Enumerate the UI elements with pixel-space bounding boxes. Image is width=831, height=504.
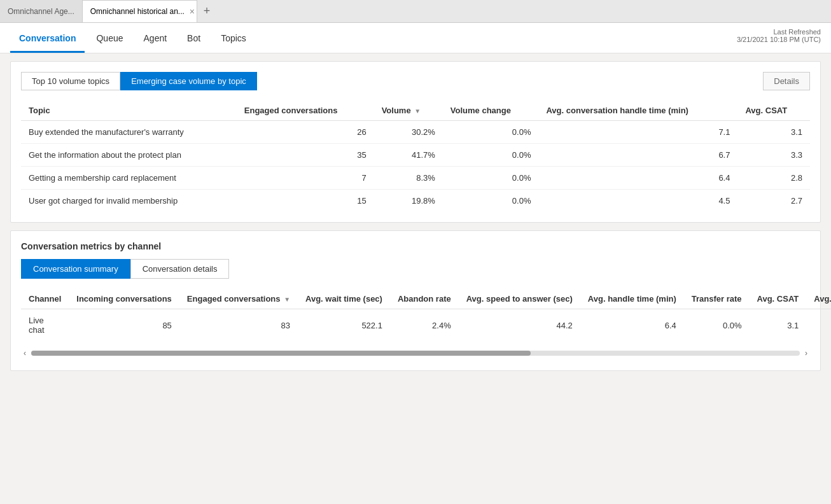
cell-avg-csat: 3.1 [750,309,807,342]
main-content: Top 10 volume topics Emerging case volum… [0,53,831,504]
table-row: Getting a membership card replacement 7 … [21,167,810,190]
cell-avg-wait: 522.1 [298,309,390,342]
cell-avg-csat: 2.7 [737,190,810,213]
cell-volume-change: 0.0% [443,121,539,144]
tab-emerging[interactable]: Emerging case volume by topic [120,72,257,90]
nav-item-topics[interactable]: Topics [212,25,255,53]
cell-engaged: 7 [237,167,374,190]
browser-tabs: Omnichannel Age... Omnichannel historica… [0,0,831,23]
col-avg-handle: Avg. handle time (min) [580,289,684,309]
browser-tab-1[interactable]: Omnichannel Age... [0,0,83,22]
cell-avg-handle: 6.4 [538,167,737,190]
table-row: Live chat 85 83 522.1 2.4% 44.2 6.4 0.0%… [21,309,831,342]
app-nav: Conversation Queue Agent Bot Topics Last… [0,23,831,53]
cell-volume-change: 0.0% [443,190,539,213]
cell-topic: Getting a membership card replacement [21,167,237,190]
tab-top10[interactable]: Top 10 volume topics [21,72,120,90]
table-row: Get the information about the protect pl… [21,144,810,167]
cell-volume: 8.3% [374,167,443,190]
cell-volume: 19.8% [374,190,443,213]
cell-volume-change: 0.0% [443,167,539,190]
topics-table: Topic Engaged conversations Volume ▼ Vol… [21,101,810,212]
cell-avg-handle: 6.7 [538,144,737,167]
col-engaged: Engaged conversations [237,101,374,121]
cell-avg-csat: 3.3 [737,144,810,167]
tab-conversation-summary[interactable]: Conversation summary [21,259,130,279]
topics-card: Top 10 volume topics Emerging case volum… [10,61,821,223]
cell-abandon-rate: 2.4% [390,309,459,342]
col-abandon-rate: Abandon rate [390,289,459,309]
metrics-table: Channel Incoming conversations Engaged c… [21,289,831,341]
metrics-section-title: Conversation metrics by channel [21,241,810,251]
col-incoming: Incoming conversations [69,289,179,309]
sort-icon-engaged: ▼ [284,296,290,303]
cell-volume-change: 0.0% [443,144,539,167]
scrollbar-thumb [31,351,531,356]
cell-engaged: 15 [237,190,374,213]
metrics-card: Conversation metrics by channel Conversa… [10,230,821,371]
cell-avg-handle: 4.5 [538,190,737,213]
cell-engaged: 83 [179,309,298,342]
summary-tabs: Conversation summary Conversation detail… [21,259,810,279]
cell-topic: User got charged for invalid membership [21,190,237,213]
col-avg-speed: Avg. speed to answer (sec) [459,289,580,309]
cell-engaged: 26 [237,121,374,144]
table-row: Buy extended the manufacturer's warranty… [21,121,810,144]
col-transfer-rate: Transfer rate [684,289,750,309]
col-channel: Channel [21,289,69,309]
scroll-left-icon[interactable]: ‹ [21,349,29,358]
browser-tab-2[interactable]: Omnichannel historical an... × [83,0,197,22]
col-volume-change: Volume change [443,101,539,121]
scroll-right-icon[interactable]: › [802,349,810,358]
tab2-label: Omnichannel historical an... [90,7,185,16]
col-avg-handle: Avg. conversation handle time (min) [538,101,737,121]
horizontal-scrollbar[interactable]: ‹ › [21,346,810,360]
cell-topic: Get the information about the protect pl… [21,144,237,167]
close-icon[interactable]: × [190,6,195,17]
scrollbar-track[interactable] [31,351,800,356]
cell-volume: 30.2% [374,121,443,144]
cell-avg-csat: 3.1 [737,121,810,144]
nav-item-queue[interactable]: Queue [87,25,132,53]
cell-avg-survey [806,309,831,342]
nav-item-conversation[interactable]: Conversation [10,25,85,53]
cell-avg-csat: 2.8 [737,167,810,190]
col-topic: Topic [21,101,237,121]
cell-topic: Buy extended the manufacturer's warranty [21,121,237,144]
last-refreshed: Last Refreshed 3/21/2021 10:18 PM (UTC) [737,28,821,43]
cell-transfer-rate: 0.0% [684,309,750,342]
col-avg-survey: Avg. survey se [806,289,831,309]
cell-engaged: 35 [237,144,374,167]
tab1-label: Omnichannel Age... [8,7,74,16]
cell-volume: 41.7% [374,144,443,167]
cell-avg-handle: 6.4 [580,309,684,342]
details-button[interactable]: Details [763,72,810,90]
tab-conversation-details[interactable]: Conversation details [130,259,230,279]
topic-tabs: Top 10 volume topics Emerging case volum… [21,72,810,90]
cell-incoming: 85 [69,309,179,342]
sort-icon-volume: ▼ [414,108,421,115]
nav-item-bot[interactable]: Bot [178,25,209,53]
cell-channel: Live chat [21,309,69,342]
new-tab-button[interactable]: + [197,0,217,22]
col-volume: Volume ▼ [374,101,443,121]
col-engaged: Engaged conversations ▼ [179,289,298,309]
table-row: User got charged for invalid membership … [21,190,810,213]
cell-avg-speed: 44.2 [459,309,580,342]
nav-item-agent[interactable]: Agent [135,25,176,53]
col-avg-wait: Avg. wait time (sec) [298,289,390,309]
cell-avg-handle: 7.1 [538,121,737,144]
col-avg-csat-m: Avg. CSAT [750,289,807,309]
col-avg-csat: Avg. CSAT [737,101,810,121]
